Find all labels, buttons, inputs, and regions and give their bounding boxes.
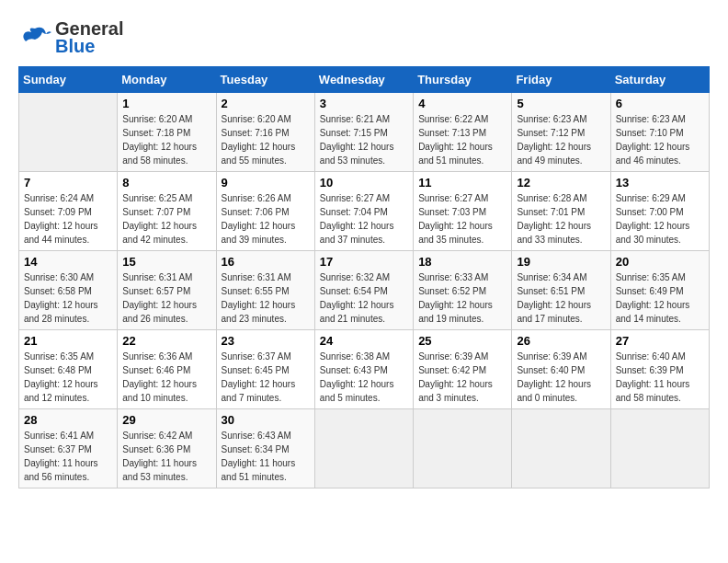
header-row: SundayMondayTuesdayWednesdayThursdayFrid…: [19, 67, 710, 93]
day-info: Sunrise: 6:27 AMSunset: 7:04 PMDaylight:…: [320, 191, 408, 247]
day-number: 19: [517, 255, 605, 269]
calendar-cell: 22Sunrise: 6:36 AMSunset: 6:46 PMDayligh…: [118, 330, 216, 409]
calendar-cell: 21Sunrise: 6:35 AMSunset: 6:48 PMDayligh…: [19, 330, 118, 409]
day-number: 2: [222, 97, 310, 110]
day-number: 6: [616, 97, 704, 110]
week-row-0: 1Sunrise: 6:20 AMSunset: 7:18 PMDaylight…: [19, 93, 710, 172]
calendar-cell: 3Sunrise: 6:21 AMSunset: 7:15 PMDaylight…: [314, 93, 413, 172]
calendar-cell: [610, 409, 709, 488]
day-number: 15: [122, 255, 210, 269]
calendar-cell: 10Sunrise: 6:27 AMSunset: 7:04 PMDayligh…: [314, 172, 413, 251]
day-info: Sunrise: 6:31 AMSunset: 6:57 PMDaylight:…: [122, 270, 210, 326]
calendar-cell: 26Sunrise: 6:39 AMSunset: 6:40 PMDayligh…: [512, 330, 610, 409]
day-info: Sunrise: 6:39 AMSunset: 6:42 PMDaylight:…: [418, 350, 506, 405]
day-info: Sunrise: 6:22 AMSunset: 7:13 PMDaylight:…: [418, 112, 506, 167]
day-info: Sunrise: 6:27 AMSunset: 7:03 PMDaylight:…: [418, 191, 506, 247]
calendar-table: SundayMondayTuesdayWednesdayThursdayFrid…: [18, 66, 710, 488]
calendar-cell: 18Sunrise: 6:33 AMSunset: 6:52 PMDayligh…: [414, 251, 512, 330]
header-day-thursday: Thursday: [414, 67, 512, 93]
calendar-cell: 20Sunrise: 6:35 AMSunset: 6:49 PMDayligh…: [610, 251, 709, 330]
calendar-cell: 27Sunrise: 6:40 AMSunset: 6:39 PMDayligh…: [610, 330, 709, 409]
day-number: 26: [517, 334, 605, 348]
calendar-cell: [512, 409, 610, 488]
day-number: 9: [222, 176, 310, 190]
calendar-cell: 1Sunrise: 6:20 AMSunset: 7:18 PMDaylight…: [118, 93, 216, 172]
day-info: Sunrise: 6:35 AMSunset: 6:49 PMDaylight:…: [616, 270, 704, 326]
calendar-cell: 23Sunrise: 6:37 AMSunset: 6:45 PMDayligh…: [216, 330, 314, 409]
calendar-cell: 9Sunrise: 6:26 AMSunset: 7:06 PMDaylight…: [216, 172, 314, 251]
day-number: 14: [24, 255, 112, 269]
week-row-1: 7Sunrise: 6:24 AMSunset: 7:09 PMDaylight…: [19, 172, 710, 251]
day-info: Sunrise: 6:20 AMSunset: 7:16 PMDaylight:…: [222, 112, 310, 167]
day-info: Sunrise: 6:36 AMSunset: 6:46 PMDaylight:…: [122, 350, 210, 405]
day-number: 17: [320, 255, 408, 269]
day-number: 13: [616, 176, 704, 190]
day-info: Sunrise: 6:42 AMSunset: 6:36 PMDaylight:…: [122, 429, 210, 484]
day-info: Sunrise: 6:30 AMSunset: 6:58 PMDaylight:…: [24, 270, 112, 326]
day-info: Sunrise: 6:20 AMSunset: 7:18 PMDaylight:…: [122, 112, 210, 167]
day-number: 5: [517, 97, 605, 110]
day-info: Sunrise: 6:43 AMSunset: 6:34 PMDaylight:…: [222, 429, 310, 484]
header-day-friday: Friday: [512, 67, 610, 93]
day-number: 24: [320, 334, 408, 348]
day-info: Sunrise: 6:21 AMSunset: 7:15 PMDaylight:…: [320, 112, 408, 167]
calendar-cell: 4Sunrise: 6:22 AMSunset: 7:13 PMDaylight…: [414, 93, 512, 172]
calendar-header: SundayMondayTuesdayWednesdayThursdayFrid…: [19, 67, 710, 93]
day-info: Sunrise: 6:29 AMSunset: 7:00 PMDaylight:…: [616, 191, 704, 247]
day-number: 29: [122, 413, 210, 427]
calendar-cell: 28Sunrise: 6:41 AMSunset: 6:37 PMDayligh…: [19, 409, 118, 488]
calendar-cell: 17Sunrise: 6:32 AMSunset: 6:54 PMDayligh…: [314, 251, 413, 330]
calendar-cell: 15Sunrise: 6:31 AMSunset: 6:57 PMDayligh…: [118, 251, 216, 330]
day-info: Sunrise: 6:23 AMSunset: 7:10 PMDaylight:…: [616, 112, 704, 167]
week-row-2: 14Sunrise: 6:30 AMSunset: 6:58 PMDayligh…: [19, 251, 710, 330]
day-number: 12: [517, 176, 605, 190]
day-number: 20: [616, 255, 704, 269]
day-number: 11: [418, 176, 506, 190]
calendar-cell: 29Sunrise: 6:42 AMSunset: 6:36 PMDayligh…: [118, 409, 216, 488]
header: General Blue: [18, 18, 710, 57]
calendar-cell: 2Sunrise: 6:20 AMSunset: 7:16 PMDaylight…: [216, 93, 314, 172]
day-info: Sunrise: 6:24 AMSunset: 7:09 PMDaylight:…: [24, 191, 112, 247]
day-info: Sunrise: 6:26 AMSunset: 7:06 PMDaylight:…: [222, 191, 310, 247]
day-number: 16: [222, 255, 310, 269]
day-number: 18: [418, 255, 506, 269]
day-info: Sunrise: 6:34 AMSunset: 6:51 PMDaylight:…: [517, 270, 605, 326]
calendar-cell: 5Sunrise: 6:23 AMSunset: 7:12 PMDaylight…: [512, 93, 610, 172]
day-info: Sunrise: 6:41 AMSunset: 6:37 PMDaylight:…: [24, 429, 112, 484]
calendar-cell: 8Sunrise: 6:25 AMSunset: 7:07 PMDaylight…: [118, 172, 216, 251]
day-info: Sunrise: 6:25 AMSunset: 7:07 PMDaylight:…: [122, 191, 210, 247]
day-number: 4: [418, 97, 506, 110]
day-number: 28: [24, 413, 112, 427]
calendar-cell: 25Sunrise: 6:39 AMSunset: 6:42 PMDayligh…: [414, 330, 512, 409]
day-info: Sunrise: 6:32 AMSunset: 6:54 PMDaylight:…: [320, 270, 408, 326]
day-info: Sunrise: 6:35 AMSunset: 6:48 PMDaylight:…: [24, 350, 112, 405]
day-number: 1: [122, 97, 210, 110]
calendar-cell: 30Sunrise: 6:43 AMSunset: 6:34 PMDayligh…: [216, 409, 314, 488]
week-row-3: 21Sunrise: 6:35 AMSunset: 6:48 PMDayligh…: [19, 330, 710, 409]
day-info: Sunrise: 6:40 AMSunset: 6:39 PMDaylight:…: [616, 350, 704, 405]
logo-text-block: General Blue: [55, 18, 123, 57]
calendar-cell: 16Sunrise: 6:31 AMSunset: 6:55 PMDayligh…: [216, 251, 314, 330]
day-number: 3: [320, 97, 408, 110]
header-day-tuesday: Tuesday: [216, 67, 314, 93]
day-info: Sunrise: 6:37 AMSunset: 6:45 PMDaylight:…: [222, 350, 310, 405]
day-info: Sunrise: 6:23 AMSunset: 7:12 PMDaylight:…: [517, 112, 605, 167]
day-info: Sunrise: 6:31 AMSunset: 6:55 PMDaylight:…: [222, 270, 310, 326]
header-day-saturday: Saturday: [610, 67, 709, 93]
calendar-cell: 14Sunrise: 6:30 AMSunset: 6:58 PMDayligh…: [19, 251, 118, 330]
calendar-cell: 7Sunrise: 6:24 AMSunset: 7:09 PMDaylight…: [19, 172, 118, 251]
day-number: 8: [122, 176, 210, 190]
calendar-cell: [19, 93, 118, 172]
day-info: Sunrise: 6:39 AMSunset: 6:40 PMDaylight:…: [517, 350, 605, 405]
logo-blue: Blue: [55, 36, 95, 57]
day-number: 30: [222, 413, 310, 427]
header-day-monday: Monday: [118, 67, 216, 93]
day-number: 25: [418, 334, 506, 348]
day-info: Sunrise: 6:38 AMSunset: 6:43 PMDaylight:…: [320, 350, 408, 405]
day-info: Sunrise: 6:33 AMSunset: 6:52 PMDaylight:…: [418, 270, 506, 326]
day-number: 27: [616, 334, 704, 348]
calendar-cell: 19Sunrise: 6:34 AMSunset: 6:51 PMDayligh…: [512, 251, 610, 330]
logo: General Blue: [18, 18, 123, 57]
calendar-cell: 6Sunrise: 6:23 AMSunset: 7:10 PMDaylight…: [610, 93, 709, 172]
day-number: 21: [24, 334, 112, 348]
